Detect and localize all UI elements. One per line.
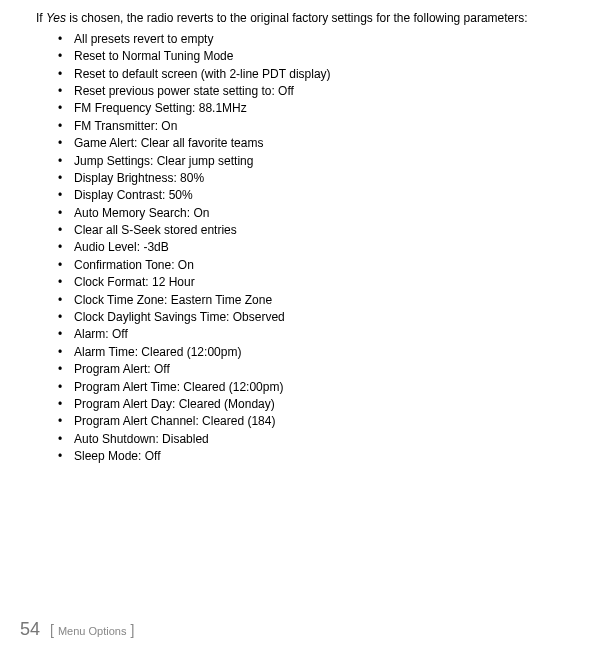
list-item: Program Alert: Off [58, 361, 574, 378]
list-item: Display Brightness: 80% [58, 170, 574, 187]
list-item: Auto Memory Search: On [58, 205, 574, 222]
list-item: Reset to Normal Tuning Mode [58, 48, 574, 65]
list-item: Alarm: Off [58, 326, 574, 343]
bracket-close: ] [130, 622, 134, 638]
bracket-open: [ [50, 622, 54, 638]
section-name: Menu Options [58, 625, 126, 637]
list-item: Confirmation Tone: On [58, 257, 574, 274]
list-item: FM Transmitter: On [58, 118, 574, 135]
list-item: Clear all S-Seek stored entries [58, 222, 574, 239]
intro-italic-word: Yes [46, 11, 66, 25]
list-item: Jump Settings: Clear jump setting [58, 153, 574, 170]
list-item: Auto Shutdown: Disabled [58, 431, 574, 448]
factory-reset-list: All presets revert to empty Reset to Nor… [36, 31, 574, 466]
intro-paragraph: If Yes is chosen, the radio reverts to t… [36, 10, 574, 27]
list-item: Clock Format: 12 Hour [58, 274, 574, 291]
list-item: Alarm Time: Cleared (12:00pm) [58, 344, 574, 361]
list-item: Clock Time Zone: Eastern Time Zone [58, 292, 574, 309]
list-item: Audio Level: -3dB [58, 239, 574, 256]
list-item: Program Alert Channel: Cleared (184) [58, 413, 574, 430]
list-item: Program Alert Time: Cleared (12:00pm) [58, 379, 574, 396]
list-item: Reset previous power state setting to: O… [58, 83, 574, 100]
page-number: 54 [20, 619, 40, 640]
list-item: All presets revert to empty [58, 31, 574, 48]
list-item: Display Contrast: 50% [58, 187, 574, 204]
list-item: Clock Daylight Savings Time: Observed [58, 309, 574, 326]
list-item: Program Alert Day: Cleared (Monday) [58, 396, 574, 413]
page-footer: 54 [ Menu Options ] [20, 619, 134, 640]
list-item: Sleep Mode: Off [58, 448, 574, 465]
list-item: FM Frequency Setting: 88.1MHz [58, 100, 574, 117]
list-item: Game Alert: Clear all favorite teams [58, 135, 574, 152]
intro-prefix: If [36, 11, 46, 25]
list-item: Reset to default screen (with 2-line PDT… [58, 66, 574, 83]
intro-suffix: is chosen, the radio reverts to the orig… [66, 11, 528, 25]
